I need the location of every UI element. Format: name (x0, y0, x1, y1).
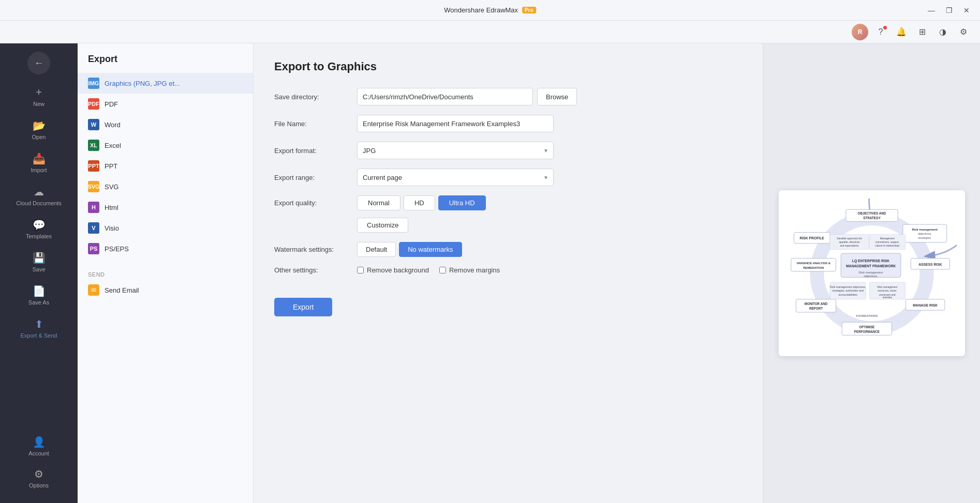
remove-background-label[interactable]: Remove background (357, 266, 429, 274)
bell-button[interactable]: 🔔 (893, 24, 910, 40)
sidebar-item-label: Cloud Documents (16, 200, 61, 206)
html-file-icon: H (88, 202, 99, 213)
watermark-label: Watermark settings: (274, 246, 357, 253)
notification-dot (883, 26, 887, 29)
diagram-preview: LQ ENTERPRISE RISK MANAGEMENT FRAMEWORK … (787, 199, 957, 348)
save-icon: 💾 (33, 252, 46, 264)
sidebar-item-new[interactable]: ＋ New (4, 80, 73, 112)
quality-btn-normal[interactable]: Normal (357, 195, 400, 210)
export-item-excel[interactable]: XL Excel (78, 135, 253, 156)
watermark-row: Watermark settings: DefaultNo watermarks (274, 242, 742, 257)
excel-file-icon: XL (88, 140, 99, 151)
export-item-pdf[interactable]: PDF PDF (78, 94, 253, 114)
help-button[interactable]: ? (872, 24, 889, 40)
export-range-select[interactable]: Current pageAll pagesSelection (357, 169, 554, 186)
export-format-select[interactable]: JPGPNGBMPSVGPDF (357, 142, 554, 159)
sidebar-item-options[interactable]: ⚙ Options (4, 463, 73, 494)
export-item-visio[interactable]: V Visio (78, 218, 253, 238)
new-icon: ＋ (34, 85, 44, 99)
word-file-icon: W (88, 119, 99, 130)
watermark-btn-no-watermarks[interactable]: No watermarks (399, 242, 462, 257)
watermark-group: DefaultNo watermarks (357, 242, 462, 257)
export-item-ppt[interactable]: PPT PPT (78, 156, 253, 176)
svg-text:Sensible approved risk: Sensible approved risk (837, 237, 862, 240)
svg-text:OBJECTIVES AND: OBJECTIVES AND (857, 211, 886, 215)
sidebar-item-export[interactable]: ⬆ Export & Send (4, 313, 73, 344)
iconbar: R ? 🔔 ⊞ ◑ ⚙ (0, 21, 980, 43)
watermark-btn-default[interactable]: Default (357, 242, 396, 257)
preview-panel: LQ ENTERPRISE RISK MANAGEMENT FRAMEWORK … (763, 43, 980, 503)
customize-button[interactable]: Customize (357, 218, 408, 233)
svg-text:culture & relationships: culture & relationships (875, 244, 900, 247)
save-directory-input[interactable] (357, 88, 533, 105)
sidebar-item-import[interactable]: 📥 Import (4, 147, 73, 178)
svg-text:Risk management: Risk management (858, 271, 883, 274)
svg-text:FOUNDATIONS: FOUNDATIONS (856, 314, 878, 317)
svg-text:PERFORMANCE: PERFORMANCE (854, 329, 879, 333)
sidebar-item-templates[interactable]: 💬 Templates (4, 214, 73, 245)
export-button[interactable]: Export (274, 298, 332, 316)
sidebar-item-saveas[interactable]: 📄 Save As (4, 280, 73, 311)
sidebar-item-account[interactable]: 👤 Account (4, 431, 73, 462)
svg-text:strategies.: strategies. (917, 236, 931, 239)
theme-button[interactable]: ◑ (934, 24, 951, 40)
open-icon: 📂 (33, 119, 46, 132)
svg-text:MONITOR AND: MONITOR AND (804, 302, 827, 306)
theme-icon: ◑ (939, 27, 946, 37)
maximize-button[interactable]: ❐ (942, 3, 956, 18)
titlebar-center: Wondershare EdrawMax Pro (444, 6, 536, 14)
svg-text:objectives,: objectives, (917, 232, 932, 235)
cloud-icon: ☁ (34, 186, 44, 198)
sidebar-item-label: Save (32, 266, 45, 272)
export-item-svg[interactable]: SVG SVG (78, 176, 253, 197)
svg-text:MANAGE RISK: MANAGE RISK (913, 303, 938, 307)
svg-text:Management: Management (880, 237, 895, 240)
sidebar-item-label: Templates (26, 233, 52, 239)
preview-card: LQ ENTERPRISE RISK MANAGEMENT FRAMEWORK … (779, 190, 965, 356)
file-name-input[interactable] (357, 115, 554, 132)
svg-text:REPORT: REPORT (809, 307, 822, 310)
avatar[interactable]: R (852, 24, 868, 40)
remove-background-checkbox[interactable] (357, 267, 364, 273)
options-icon: ⚙ (34, 468, 43, 480)
remove-margins-label[interactable]: Remove margins (439, 266, 500, 274)
sidebar-item-cloud[interactable]: ☁ Cloud Documents (4, 180, 73, 211)
titlebar-controls: — ❐ ✕ (924, 3, 974, 18)
export-item-word[interactable]: W Word (78, 114, 253, 135)
export-format-row: Export format: JPGPNGBMPSVGPDF ▼ (274, 142, 742, 159)
send-email-label: Send Email (105, 286, 139, 294)
export-range-label: Export range: (274, 174, 357, 181)
quality-btn-hd[interactable]: HD (404, 195, 435, 210)
settings-button[interactable]: ⚙ (955, 24, 972, 40)
export-panel: Export IMG Graphics (PNG, JPG et... PDF … (78, 43, 254, 503)
saveas-icon: 📄 (33, 285, 46, 297)
graphics-file-icon: IMG (88, 78, 99, 89)
svg-text:resources, share,: resources, share, (878, 289, 897, 292)
minimize-button[interactable]: — (924, 3, 939, 18)
svg-text:Risk management objectives,: Risk management objectives, (830, 285, 866, 288)
save-directory-row: Save directory: Browse (274, 88, 742, 105)
file-name-label: File Name: (274, 120, 357, 128)
sidebar-item-label: Open (32, 134, 46, 140)
svg-text:Risk management: Risk management (912, 228, 937, 231)
svg-text:Risk management: Risk management (877, 285, 897, 288)
sidebar-item-save[interactable]: 💾 Save (4, 247, 73, 278)
grid-icon: ⊞ (919, 27, 926, 37)
svg-text:activities: activities (882, 296, 892, 299)
send-section: Send ✉ Send Email (78, 267, 253, 300)
browse-button[interactable]: Browse (537, 88, 577, 105)
pdf-file-icon: PDF (88, 98, 99, 110)
export-item-graphics[interactable]: IMG Graphics (PNG, JPG et... (78, 73, 253, 94)
close-button[interactable]: ✕ (959, 3, 974, 18)
send-email-item[interactable]: ✉ Send Email (78, 280, 253, 300)
sidebar-item-label: Export & Send (21, 332, 57, 339)
quality-btn-ultra-hd[interactable]: Ultra HD (438, 195, 486, 210)
main-content: Export to Graphics Save directory: Brows… (254, 43, 763, 503)
remove-margins-checkbox[interactable] (439, 267, 446, 273)
back-button[interactable]: ← (27, 52, 50, 74)
sidebar-item-open[interactable]: 📂 Open (4, 114, 73, 145)
export-item-html[interactable]: H Html (78, 197, 253, 218)
sidebar-item-label: Options (29, 482, 49, 489)
export-item-pseps[interactable]: PS PS/EPS (78, 238, 253, 259)
grid-button[interactable]: ⊞ (914, 24, 930, 40)
